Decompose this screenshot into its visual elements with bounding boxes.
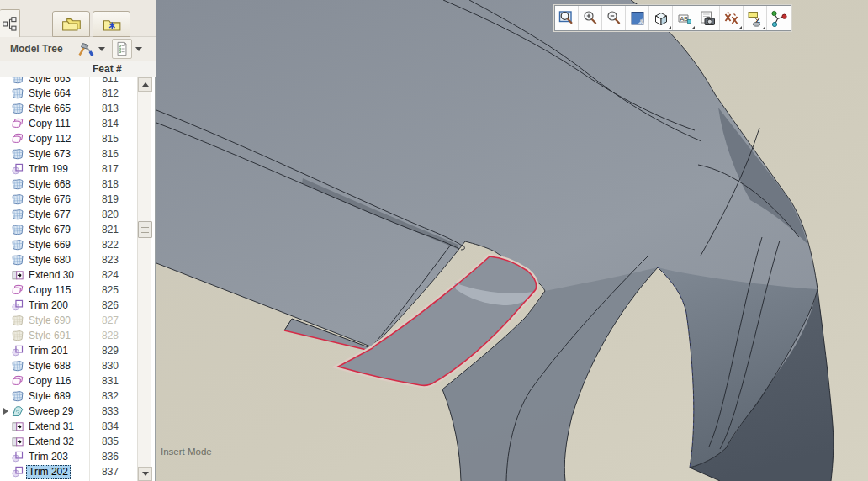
row-expander[interactable] [0, 207, 12, 222]
feature-label[interactable]: Style 688 [26, 360, 73, 373]
settings-dropdown-caret[interactable] [98, 47, 105, 51]
dropdown-corner-icon[interactable] [668, 26, 671, 29]
dropdown-corner-icon[interactable] [738, 26, 742, 29]
row-expander[interactable] [0, 177, 12, 192]
feature-label[interactable]: Style 676 [26, 193, 73, 206]
datum-display-button[interactable] [673, 6, 696, 30]
tree-row[interactable]: Style 677 820 [0, 207, 137, 222]
model-tree-list[interactable]: Style 663 811 Style 664 812 Style 665 81… [0, 61, 137, 481]
feature-label[interactable]: Copy 115 [26, 284, 73, 297]
tree-settings-button[interactable] [75, 39, 95, 59]
feature-label[interactable]: Style 665 [26, 103, 73, 115]
tree-row[interactable]: Style 668 818 [0, 177, 137, 192]
feature-label[interactable]: Copy 112 [26, 133, 73, 145]
tree-row[interactable]: Trim 203 836 [0, 449, 137, 464]
row-expander[interactable] [0, 283, 12, 298]
feature-label[interactable]: Style 680 [26, 254, 73, 267]
feature-label[interactable]: Style 669 [26, 239, 73, 251]
feature-label[interactable]: Trim 201 [26, 345, 71, 357]
tree-row[interactable]: Extend 30 824 [0, 267, 137, 283]
zoom-out-button[interactable] [602, 6, 626, 30]
scrollbar-thumb[interactable] [138, 221, 152, 238]
row-expander[interactable] [0, 388, 12, 404]
tree-row[interactable]: Style 673 816 [0, 146, 137, 161]
row-expander[interactable] [0, 222, 12, 237]
row-expander[interactable] [0, 464, 12, 479]
feature-label[interactable]: Style 668 [26, 178, 73, 191]
tree-row[interactable]: Style 669 822 [0, 237, 137, 252]
tab-folder-browser[interactable] [52, 11, 90, 37]
3d-model-view[interactable] [156, 0, 868, 481]
feature-label[interactable]: Sweep 29 [26, 405, 76, 418]
tree-row[interactable]: Style 664 812 [0, 86, 137, 101]
row-expander[interactable] [0, 131, 12, 146]
tree-columns-button[interactable] [112, 39, 132, 59]
feature-label[interactable]: Style 673 [26, 148, 73, 161]
row-expander[interactable] [0, 237, 12, 252]
row-expander[interactable] [0, 101, 12, 116]
feature-label[interactable]: Copy 116 [26, 375, 73, 388]
tab-favorites[interactable] [93, 11, 130, 37]
zoom-refit-button[interactable] [555, 6, 579, 30]
tree-row[interactable]: Copy 115 825 [0, 283, 137, 298]
row-expander[interactable] [0, 192, 12, 207]
tree-row[interactable]: Style 679 821 [0, 222, 137, 237]
row-expander[interactable] [0, 343, 12, 358]
row-expander[interactable] [0, 313, 12, 328]
row-expander[interactable] [0, 449, 12, 464]
row-expander[interactable] [0, 419, 12, 434]
tree-row[interactable]: Extend 32 835 [0, 434, 137, 449]
row-expander[interactable] [0, 252, 12, 267]
tree-row[interactable]: Style 680 823 [0, 252, 137, 267]
tree-row[interactable]: Copy 111 814 [0, 116, 137, 131]
row-expander[interactable] [0, 404, 12, 419]
feature-label[interactable]: Trim 202 [26, 465, 71, 479]
tree-row[interactable]: Trim 201 829 [0, 343, 137, 358]
tree-row[interactable]: Trim 202 837 [0, 464, 137, 479]
tree-row[interactable]: Style 689 832 [0, 388, 137, 404]
tree-row[interactable]: Trim 200 826 [0, 298, 137, 313]
tab-model-tree[interactable] [0, 9, 20, 37]
scroll-down-button[interactable] [138, 467, 152, 481]
feature-label[interactable]: Style 679 [26, 224, 73, 236]
row-expander[interactable] [0, 328, 12, 343]
feature-label[interactable]: Style 677 [26, 209, 73, 221]
3d-viewport[interactable]: Insert Mode [156, 0, 868, 481]
annotation-button[interactable] [744, 6, 767, 30]
datum-off-button[interactable] [720, 6, 744, 30]
feature-label[interactable]: Style 690 [26, 314, 73, 327]
tree-row[interactable]: Extend 31 834 [0, 419, 137, 434]
spin-center-button[interactable] [767, 6, 791, 30]
columns-dropdown-caret[interactable] [135, 47, 142, 51]
feature-label[interactable]: Trim 203 [26, 451, 71, 463]
tree-row[interactable]: Style 665 813 [0, 101, 137, 116]
row-expander[interactable] [0, 373, 12, 388]
feature-label[interactable]: Style 689 [26, 390, 73, 403]
tree-row[interactable]: Style 690 827 [0, 313, 137, 328]
row-expander[interactable] [0, 298, 12, 313]
feature-label[interactable]: Extend 32 [26, 436, 77, 448]
dropdown-corner-icon[interactable] [762, 26, 765, 29]
dropdown-corner-icon[interactable] [691, 26, 695, 29]
row-expander[interactable] [0, 116, 12, 131]
tree-row[interactable]: Copy 112 815 [0, 131, 137, 146]
repaint-button[interactable] [626, 6, 649, 30]
saved-views-button[interactable] [696, 6, 720, 30]
feature-label[interactable]: Extend 30 [26, 269, 77, 282]
row-expander[interactable] [0, 161, 12, 177]
tree-row[interactable]: Copy 116 831 [0, 373, 137, 388]
tree-row[interactable]: Style 676 819 [0, 192, 137, 207]
feature-label[interactable]: Extend 31 [26, 420, 77, 433]
tree-row[interactable]: Style 688 830 [0, 358, 137, 373]
tree-row[interactable]: Trim 199 817 [0, 161, 137, 177]
scroll-up-button[interactable] [138, 77, 152, 92]
row-expander[interactable] [0, 434, 12, 449]
feature-label[interactable]: Trim 200 [26, 299, 71, 312]
zoom-in-button[interactable] [579, 6, 602, 30]
feature-label[interactable]: Style 664 [26, 87, 73, 100]
row-expander[interactable] [0, 267, 12, 283]
feature-label[interactable]: Style 691 [26, 330, 73, 342]
row-expander[interactable] [0, 358, 12, 373]
tree-row[interactable]: Sweep 29 833 [0, 404, 137, 419]
display-style-button[interactable] [649, 6, 673, 30]
